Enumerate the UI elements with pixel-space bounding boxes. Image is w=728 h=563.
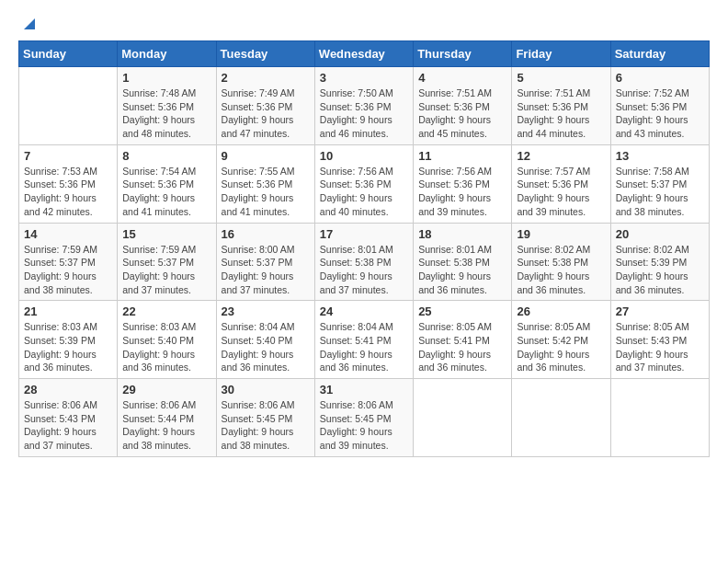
- header-row: SundayMondayTuesdayWednesdayThursdayFrid…: [19, 41, 710, 67]
- day-number: 29: [122, 383, 210, 396]
- day-cell: 4Sunrise: 7:51 AM Sunset: 5:36 PM Daylig…: [414, 67, 512, 145]
- day-detail: Sunrise: 7:57 AM Sunset: 5:36 PM Dayligh…: [517, 165, 605, 219]
- day-detail: Sunrise: 8:06 AM Sunset: 5:45 PM Dayligh…: [222, 398, 310, 453]
- day-cell: 31Sunrise: 8:06 AM Sunset: 5:45 PM Dayli…: [314, 379, 413, 457]
- day-cell: [19, 67, 118, 145]
- day-detail: Sunrise: 7:51 AM Sunset: 5:36 PM Dayligh…: [517, 86, 605, 141]
- day-number: 16: [222, 227, 310, 241]
- day-detail: Sunrise: 8:05 AM Sunset: 5:43 PM Dayligh…: [616, 320, 704, 374]
- calendar-body: 1Sunrise: 7:48 AM Sunset: 5:36 PM Daylig…: [19, 67, 710, 457]
- day-detail: Sunrise: 8:06 AM Sunset: 5:44 PM Dayligh…: [122, 398, 210, 453]
- header-day-sunday: Sunday: [19, 41, 118, 67]
- day-cell: 18Sunrise: 8:01 AM Sunset: 5:38 PM Dayli…: [414, 223, 512, 301]
- day-number: 22: [122, 304, 210, 318]
- day-number: 14: [24, 227, 112, 241]
- day-detail: Sunrise: 8:00 AM Sunset: 5:37 PM Dayligh…: [222, 243, 310, 297]
- day-cell: 12Sunrise: 7:57 AM Sunset: 5:36 PM Dayli…: [512, 144, 610, 223]
- day-number: 3: [320, 71, 408, 85]
- day-cell: 29Sunrise: 8:06 AM Sunset: 5:44 PM Dayli…: [118, 379, 216, 457]
- day-cell: 10Sunrise: 7:56 AM Sunset: 5:36 PM Dayli…: [314, 144, 413, 223]
- day-detail: Sunrise: 8:01 AM Sunset: 5:38 PM Dayligh…: [320, 243, 408, 297]
- day-cell: 26Sunrise: 8:05 AM Sunset: 5:42 PM Dayli…: [512, 301, 610, 379]
- svg-marker-0: [24, 18, 35, 29]
- day-cell: 15Sunrise: 7:59 AM Sunset: 5:37 PM Dayli…: [118, 223, 216, 301]
- week-row-4: 21Sunrise: 8:03 AM Sunset: 5:39 PM Dayli…: [19, 301, 710, 379]
- day-cell: [414, 379, 512, 457]
- day-number: 13: [616, 149, 704, 163]
- day-detail: Sunrise: 7:59 AM Sunset: 5:37 PM Dayligh…: [24, 243, 112, 297]
- day-detail: Sunrise: 7:56 AM Sunset: 5:36 PM Dayligh…: [418, 165, 506, 219]
- day-cell: 19Sunrise: 8:02 AM Sunset: 5:38 PM Dayli…: [512, 223, 610, 301]
- day-number: 4: [418, 71, 506, 85]
- day-cell: 23Sunrise: 8:04 AM Sunset: 5:40 PM Dayli…: [216, 301, 314, 379]
- day-number: 27: [616, 304, 704, 318]
- calendar-table: SundayMondayTuesdayWednesdayThursdayFrid…: [18, 40, 710, 457]
- header-day-friday: Friday: [512, 41, 610, 67]
- day-detail: Sunrise: 8:02 AM Sunset: 5:39 PM Dayligh…: [616, 243, 704, 297]
- day-cell: 24Sunrise: 8:04 AM Sunset: 5:41 PM Dayli…: [314, 301, 413, 379]
- day-number: 20: [616, 227, 704, 241]
- logo-icon: [20, 17, 35, 31]
- day-number: 5: [517, 71, 605, 85]
- week-row-5: 28Sunrise: 8:06 AM Sunset: 5:43 PM Dayli…: [19, 379, 710, 457]
- day-detail: Sunrise: 7:49 AM Sunset: 5:36 PM Dayligh…: [222, 86, 310, 141]
- day-cell: 7Sunrise: 7:53 AM Sunset: 5:36 PM Daylig…: [19, 144, 118, 223]
- day-number: 21: [24, 304, 112, 318]
- day-cell: 8Sunrise: 7:54 AM Sunset: 5:36 PM Daylig…: [118, 144, 216, 223]
- day-number: 25: [418, 304, 506, 318]
- day-cell: [512, 379, 610, 457]
- day-number: 12: [517, 149, 605, 163]
- day-cell: 20Sunrise: 8:02 AM Sunset: 5:39 PM Dayli…: [610, 223, 709, 301]
- week-row-3: 14Sunrise: 7:59 AM Sunset: 5:37 PM Dayli…: [19, 223, 710, 301]
- day-detail: Sunrise: 7:56 AM Sunset: 5:36 PM Dayligh…: [320, 165, 408, 219]
- day-cell: 5Sunrise: 7:51 AM Sunset: 5:36 PM Daylig…: [512, 67, 610, 145]
- day-cell: 13Sunrise: 7:58 AM Sunset: 5:37 PM Dayli…: [610, 144, 709, 223]
- day-number: 15: [122, 227, 210, 241]
- day-number: 10: [320, 149, 408, 163]
- day-cell: [610, 379, 709, 457]
- day-number: 9: [222, 149, 310, 163]
- week-row-1: 1Sunrise: 7:48 AM Sunset: 5:36 PM Daylig…: [19, 67, 710, 145]
- day-cell: 6Sunrise: 7:52 AM Sunset: 5:36 PM Daylig…: [610, 67, 709, 145]
- day-detail: Sunrise: 7:55 AM Sunset: 5:36 PM Dayligh…: [222, 165, 310, 219]
- calendar-header: SundayMondayTuesdayWednesdayThursdayFrid…: [19, 41, 710, 67]
- day-cell: 22Sunrise: 8:03 AM Sunset: 5:40 PM Dayli…: [118, 301, 216, 379]
- day-number: 6: [616, 71, 704, 85]
- day-detail: Sunrise: 8:05 AM Sunset: 5:42 PM Dayligh…: [517, 320, 605, 374]
- day-number: 2: [222, 71, 310, 85]
- header-day-monday: Monday: [118, 41, 216, 67]
- day-number: 30: [222, 383, 310, 396]
- day-cell: 27Sunrise: 8:05 AM Sunset: 5:43 PM Dayli…: [610, 301, 709, 379]
- day-detail: Sunrise: 7:54 AM Sunset: 5:36 PM Dayligh…: [122, 165, 210, 219]
- day-detail: Sunrise: 7:59 AM Sunset: 5:37 PM Dayligh…: [122, 243, 210, 297]
- day-cell: 3Sunrise: 7:50 AM Sunset: 5:36 PM Daylig…: [314, 67, 413, 145]
- day-detail: Sunrise: 8:01 AM Sunset: 5:38 PM Dayligh…: [418, 243, 506, 297]
- day-detail: Sunrise: 8:02 AM Sunset: 5:38 PM Dayligh…: [517, 243, 605, 297]
- day-number: 19: [517, 227, 605, 241]
- day-cell: 1Sunrise: 7:48 AM Sunset: 5:36 PM Daylig…: [118, 67, 216, 145]
- day-detail: Sunrise: 8:05 AM Sunset: 5:41 PM Dayligh…: [418, 320, 506, 374]
- day-cell: 17Sunrise: 8:01 AM Sunset: 5:38 PM Dayli…: [314, 223, 413, 301]
- day-detail: Sunrise: 7:51 AM Sunset: 5:36 PM Dayligh…: [418, 86, 506, 141]
- week-row-2: 7Sunrise: 7:53 AM Sunset: 5:36 PM Daylig…: [19, 144, 710, 223]
- day-number: 24: [320, 304, 408, 318]
- day-detail: Sunrise: 7:53 AM Sunset: 5:36 PM Dayligh…: [24, 165, 112, 219]
- day-cell: 14Sunrise: 7:59 AM Sunset: 5:37 PM Dayli…: [19, 223, 118, 301]
- day-cell: 30Sunrise: 8:06 AM Sunset: 5:45 PM Dayli…: [216, 379, 314, 457]
- day-cell: 21Sunrise: 8:03 AM Sunset: 5:39 PM Dayli…: [19, 301, 118, 379]
- day-cell: 2Sunrise: 7:49 AM Sunset: 5:36 PM Daylig…: [216, 67, 314, 145]
- day-number: 18: [418, 227, 506, 241]
- day-number: 26: [517, 304, 605, 318]
- day-number: 11: [418, 149, 506, 163]
- day-number: 1: [122, 71, 210, 85]
- day-number: 7: [24, 149, 112, 163]
- day-detail: Sunrise: 7:50 AM Sunset: 5:36 PM Dayligh…: [320, 86, 408, 141]
- day-detail: Sunrise: 7:52 AM Sunset: 5:36 PM Dayligh…: [616, 86, 704, 141]
- day-cell: 28Sunrise: 8:06 AM Sunset: 5:43 PM Dayli…: [19, 379, 118, 457]
- header-day-wednesday: Wednesday: [314, 41, 413, 67]
- day-detail: Sunrise: 8:06 AM Sunset: 5:45 PM Dayligh…: [320, 398, 408, 453]
- header-day-saturday: Saturday: [610, 41, 709, 67]
- day-detail: Sunrise: 8:04 AM Sunset: 5:41 PM Dayligh…: [320, 320, 408, 374]
- day-cell: 11Sunrise: 7:56 AM Sunset: 5:36 PM Dayli…: [414, 144, 512, 223]
- day-number: 31: [320, 383, 408, 396]
